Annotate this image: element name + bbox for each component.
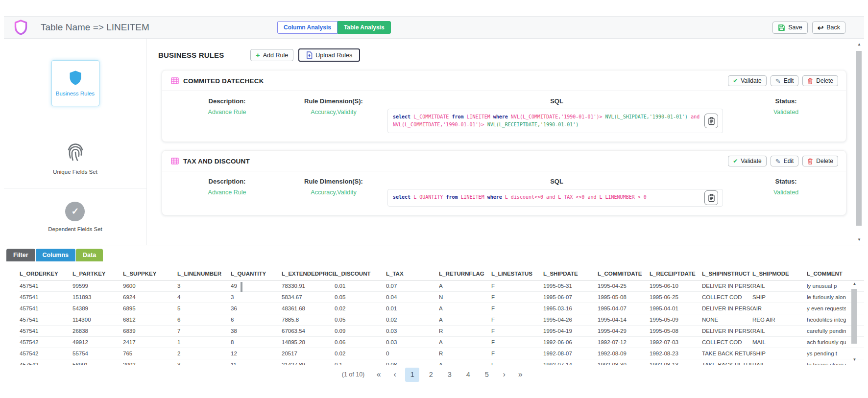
page-button-3[interactable]: 3 xyxy=(442,368,457,382)
column-header-l_receiptdate[interactable]: L_RECEIPTDATE xyxy=(650,267,702,280)
status-label: Status: xyxy=(726,97,846,105)
column-header-l_linestatus[interactable]: L_LINESTATUS xyxy=(491,267,543,280)
column-header-l_comment[interactable]: L_COMMENT xyxy=(807,267,846,280)
tab-filter[interactable]: Filter xyxy=(6,249,35,261)
edit-button[interactable]: ✎ Edit xyxy=(771,75,799,86)
column-header-l_commitdate[interactable]: L_COMMITDATE xyxy=(598,267,650,280)
rule-card-body: Description: Advance Rule Rule Dimension… xyxy=(162,91,846,141)
sql-token: L_discount<>0 and L_TAX <>0 and L_LINENU… xyxy=(502,194,647,200)
rule-card-tax-and-discount: TAX AND DISCOUNT ✔ Validate ✎ Edit xyxy=(162,150,846,215)
scroll-down-icon[interactable]: ▼ xyxy=(857,238,861,242)
sidebar-section: Unique Fields Set xyxy=(4,128,146,188)
table-cell: 0.06 xyxy=(335,337,386,348)
validate-button[interactable]: ✔ Validate xyxy=(728,75,767,86)
table-cell: TAKE BACK RETURN xyxy=(702,359,752,365)
prev-page-button[interactable]: ‹ xyxy=(389,370,401,379)
upload-rules-button[interactable]: Upload Rules xyxy=(298,48,360,62)
analysis-tabs: Column Analysis Table Analysis xyxy=(277,21,391,34)
table-cell: 9600 xyxy=(123,281,177,291)
column-header-l_returnflag[interactable]: L_RETURNFLAG xyxy=(439,267,491,280)
column-header-l_tax[interactable]: L_TAX xyxy=(386,267,439,280)
copy-sql-button[interactable] xyxy=(704,114,718,128)
next-page-button[interactable]: › xyxy=(498,370,510,379)
sidebar-item-business-rules[interactable]: Business Rules xyxy=(51,60,99,106)
sql-label: SQL xyxy=(387,178,726,185)
table-cell: 1995-06-10 xyxy=(650,281,702,291)
page-button-4[interactable]: 4 xyxy=(461,368,475,382)
sidebar-item-dependent-fields-set[interactable]: ✓ Dependent Fields Set xyxy=(48,202,102,232)
table-cell: 765 xyxy=(123,348,177,359)
rule-card-commited-datecheck: COMMITED DATECHECK ✔ Validate ✎ Edit xyxy=(162,70,846,142)
tab-column-analysis[interactable]: Column Analysis xyxy=(277,21,338,34)
dimension-label: Rule Dimension(S): xyxy=(280,97,387,105)
validate-button[interactable]: ✔ Validate xyxy=(728,156,767,166)
tab-data[interactable]: Data xyxy=(76,249,103,261)
trash-icon xyxy=(807,158,813,164)
table-cell: 6 xyxy=(177,314,231,325)
panel-scrollbar: ▲ ▼ xyxy=(854,39,864,245)
column-header-l_shipdate[interactable]: L_SHIPDATE xyxy=(543,267,598,280)
sql-box: select L_QUANTITY from LINEITEM where L_… xyxy=(387,189,723,207)
topbar-actions: Save ↩ Back xyxy=(772,22,845,34)
table-cell: 1 xyxy=(177,337,231,348)
save-button[interactable]: Save xyxy=(772,22,808,34)
table-cell: 457541 xyxy=(20,292,72,303)
last-page-button[interactable]: » xyxy=(514,370,526,379)
table-cell: 1992-08-23 xyxy=(650,348,702,359)
edit-button[interactable]: ✎ Edit xyxy=(771,156,799,166)
scrollbar-thumb[interactable] xyxy=(856,51,862,226)
table-cell: 1995-04-19 xyxy=(543,326,598,336)
table-cell: 3 xyxy=(177,359,231,365)
scroll-up-icon[interactable]: ▲ xyxy=(853,282,857,286)
table-cell: 0.03 xyxy=(386,326,439,336)
table-cell: SHIP xyxy=(752,348,807,359)
column-header-l_shipmode[interactable]: L_SHIPMODE xyxy=(752,267,807,280)
tab-table-analysis[interactable]: Table Analysis xyxy=(338,21,391,34)
table-cell: 11 xyxy=(231,359,282,365)
sql-token: L_QUANTITY xyxy=(410,194,446,200)
table-cell: 0.04 xyxy=(386,292,439,303)
table-cell: F xyxy=(491,337,543,348)
table-cell: 20517 xyxy=(282,348,335,359)
page-button-2[interactable]: 2 xyxy=(424,368,438,382)
delete-button[interactable]: Delete xyxy=(802,156,838,166)
column-header-l_linenumber[interactable]: L_LINENUMBER xyxy=(177,267,231,280)
sidebar-section: ✓ Dependent Fields Set xyxy=(4,188,146,245)
table-cell: ach furiously quick xyxy=(807,337,846,348)
column-header-l_partkey[interactable]: L_PARTKEY xyxy=(72,267,123,280)
table-cell: 1992-07-12 xyxy=(598,337,650,348)
sidebar-item-unique-fields-set[interactable]: Unique Fields Set xyxy=(53,141,97,175)
scroll-up-icon[interactable]: ▲ xyxy=(857,43,861,47)
table-cell: A xyxy=(439,303,491,314)
inline-scrollbar-thumb[interactable] xyxy=(241,282,242,292)
page-button-1[interactable]: 1 xyxy=(405,368,419,382)
scrollbar-thumb[interactable] xyxy=(851,289,857,344)
table-cell: 457541 xyxy=(20,303,72,314)
column-header-l_suppkey[interactable]: L_SUPPKEY xyxy=(123,267,177,280)
table-cell: 1995-04-25 xyxy=(598,281,650,291)
first-page-button[interactable]: « xyxy=(373,370,385,379)
table-cell: 48361.68 xyxy=(282,303,335,314)
table-cell: heodolites integrat xyxy=(807,314,846,325)
add-rule-button[interactable]: + Add Rule xyxy=(250,49,293,61)
column-header-l_quantity[interactable]: L_QUANTITY xyxy=(231,267,282,280)
table-cell: 1995-03-16 xyxy=(543,303,598,314)
back-button[interactable]: ↩ Back xyxy=(812,22,845,34)
column-header-l_discount[interactable]: L_DISCOUNT xyxy=(335,267,386,280)
column-header-l_shipinstruct[interactable]: L_SHIPINSTRUCT xyxy=(702,267,752,280)
page-button-5[interactable]: 5 xyxy=(480,368,494,382)
table-cell: 457541 xyxy=(20,314,72,325)
tab-columns[interactable]: Columns xyxy=(36,249,75,261)
rule-actions: ✔ Validate ✎ Edit xyxy=(728,75,838,86)
delete-button[interactable]: Delete xyxy=(802,75,838,86)
check-icon: ✔ xyxy=(733,78,738,84)
column-header-l_extendedprice[interactable]: L_EXTENDEDPRICE xyxy=(282,267,335,280)
dimension-value: Accuracy,Validity xyxy=(280,109,387,116)
column-header-l_orderkey[interactable]: L_ORDERKEY xyxy=(20,267,72,280)
table-cell: DELIVER IN PERSON xyxy=(702,281,752,291)
pagination-pages: 12345 xyxy=(405,368,494,382)
table-cell: 67063.54 xyxy=(282,326,335,336)
copy-sql-button[interactable] xyxy=(704,190,718,205)
table-cell: 36 xyxy=(231,303,282,314)
scroll-down-icon[interactable]: ▼ xyxy=(853,358,857,362)
